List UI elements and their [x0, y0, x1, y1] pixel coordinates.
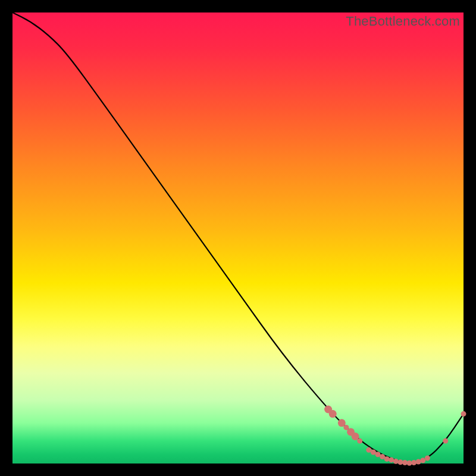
plot-area: TheBottleneck.com: [12, 12, 464, 464]
data-point: [357, 439, 362, 444]
data-point: [443, 439, 448, 444]
data-point: [407, 461, 412, 466]
data-point: [425, 455, 430, 461]
data-point: [397, 459, 403, 465]
data-point: [461, 411, 466, 416]
data-point: [384, 456, 390, 462]
data-point: [389, 457, 394, 462]
data-point: [411, 460, 416, 465]
chart-svg: [12, 12, 464, 464]
chart-frame: TheBottleneck.com: [0, 0, 476, 476]
data-point: [393, 459, 399, 464]
data-point: [329, 410, 337, 418]
marker-layer: [324, 406, 466, 466]
curve-line: [12, 12, 464, 462]
data-point: [416, 459, 421, 465]
